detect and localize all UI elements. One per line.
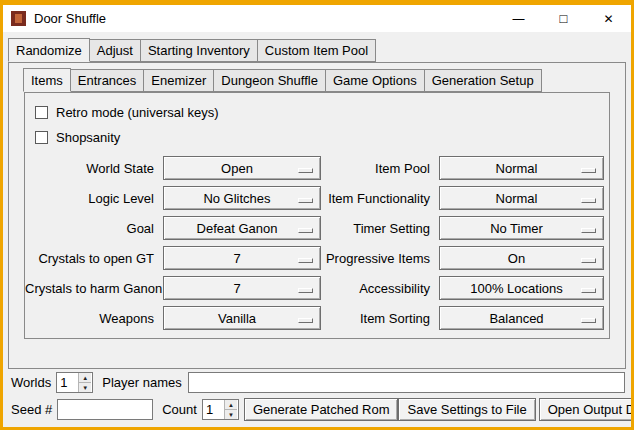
window-title: Door Shuffle: [34, 11, 106, 26]
dropdown-value: No Glitches: [203, 191, 280, 206]
dropdown-value: Vanilla: [218, 311, 266, 326]
dropdown-value: 7: [233, 251, 250, 266]
worlds-stepper: ▲ ▼: [56, 372, 93, 393]
dropdown-value: 100% Locations: [470, 281, 573, 296]
menu-indicator-icon: [298, 198, 313, 203]
worlds-row: Worlds ▲ ▼ Player names: [11, 372, 625, 393]
accessibility-dropdown[interactable]: 100% Locations: [439, 276, 604, 300]
count-stepper: ▲ ▼: [202, 399, 239, 420]
tab-custom-item-pool[interactable]: Custom Item Pool: [257, 39, 376, 62]
settings-row: Crystals to open GT 7 Progressive Items …: [25, 243, 609, 273]
generate-patched-rom-button[interactable]: Generate Patched Rom: [244, 398, 399, 421]
count-stepper-buttons: ▲ ▼: [224, 400, 237, 419]
world-state-label: World State: [25, 161, 163, 176]
minimize-button[interactable]: —: [496, 5, 541, 32]
save-settings-button[interactable]: Save Settings to File: [398, 398, 535, 421]
maximize-button[interactable]: □: [541, 5, 586, 32]
crystals-open-gt-dropdown[interactable]: 7: [163, 246, 321, 270]
retro-mode-row: Retro mode (universal keys): [35, 100, 609, 125]
seed-row: Seed # Count ▲ ▼ Generate Patched Rom Sa…: [11, 398, 625, 421]
accessibility-label: Accessibility: [321, 281, 439, 296]
tab-generation-setup[interactable]: Generation Setup: [424, 69, 542, 92]
window-body: Randomize Adjust Starting Inventory Cust…: [3, 32, 631, 427]
settings-row: Logic Level No Glitches Item Functionali…: [25, 183, 609, 213]
settings-grid: World State Open Item Pool Normal Logic …: [25, 153, 609, 333]
bottom-bar: Worlds ▲ ▼ Player names Seed # Count: [3, 372, 631, 427]
tab-dungeon-shuffle[interactable]: Dungeon Shuffle: [213, 69, 326, 92]
seed-label: Seed #: [11, 402, 52, 417]
worlds-input[interactable]: [57, 373, 78, 392]
shopsanity-label: Shopsanity: [56, 130, 120, 145]
menu-indicator-icon: [581, 228, 596, 233]
window-controls: — □ ✕: [496, 5, 631, 32]
tab-enemizer[interactable]: Enemizer: [143, 69, 214, 92]
tab-adjust[interactable]: Adjust: [89, 39, 141, 62]
item-functionality-label: Item Functionality: [321, 191, 439, 206]
inner-tab-bar: Items Entrances Enemizer Dungeon Shuffle…: [23, 68, 625, 92]
progressive-items-dropdown[interactable]: On: [439, 246, 604, 270]
spin-down-icon[interactable]: ▼: [224, 409, 237, 419]
menu-indicator-icon: [298, 288, 313, 293]
item-sorting-dropdown[interactable]: Balanced: [439, 306, 604, 330]
spin-up-icon[interactable]: ▲: [78, 373, 91, 382]
logic-level-dropdown[interactable]: No Glitches: [163, 186, 321, 210]
shopsanity-checkbox[interactable]: [35, 131, 48, 144]
tab-randomize[interactable]: Randomize: [8, 38, 90, 62]
menu-indicator-icon: [298, 318, 313, 323]
tab-game-options[interactable]: Game Options: [325, 69, 425, 92]
items-pane: Retro mode (universal keys) Shopsanity W…: [24, 92, 610, 339]
progressive-items-label: Progressive Items: [321, 251, 439, 266]
tab-items[interactable]: Items: [23, 68, 71, 92]
retro-mode-label: Retro mode (universal keys): [56, 105, 219, 120]
menu-indicator-icon: [298, 168, 313, 173]
worlds-label: Worlds: [11, 375, 51, 390]
item-pool-label: Item Pool: [321, 161, 439, 176]
dropdown-value: Balanced: [489, 311, 553, 326]
menu-indicator-icon: [581, 168, 596, 173]
item-sorting-label: Item Sorting: [321, 311, 439, 326]
count-label: Count: [162, 402, 197, 417]
crystals-harm-ganon-dropdown[interactable]: 7: [163, 276, 321, 300]
spin-down-icon[interactable]: ▼: [78, 382, 91, 392]
crystals-harm-ganon-label: Crystals to harm Ganon: [25, 281, 163, 296]
open-output-directory-button[interactable]: Open Output Directory: [539, 398, 631, 421]
settings-row: Weapons Vanilla Item Sorting Balanced: [25, 303, 609, 333]
shopsanity-row: Shopsanity: [35, 125, 609, 150]
item-functionality-dropdown[interactable]: Normal: [439, 186, 604, 210]
tab-entrances[interactable]: Entrances: [70, 69, 145, 92]
count-input[interactable]: [203, 400, 224, 419]
retro-mode-checkbox[interactable]: [35, 106, 48, 119]
dropdown-value: On: [508, 251, 535, 266]
menu-indicator-icon: [581, 258, 596, 263]
settings-row: Goal Defeat Ganon Timer Setting No Timer: [25, 213, 609, 243]
player-names-input[interactable]: [188, 372, 625, 393]
settings-row: Crystals to harm Ganon 7 Accessibility 1…: [25, 273, 609, 303]
item-pool-dropdown[interactable]: Normal: [439, 156, 604, 180]
worlds-stepper-buttons: ▲ ▼: [78, 373, 91, 392]
dropdown-value: Defeat Ganon: [197, 221, 288, 236]
app-window: Door Shuffle — □ ✕ Randomize Adjust Star…: [0, 0, 634, 430]
seed-input[interactable]: [57, 399, 153, 420]
menu-indicator-icon: [298, 258, 313, 263]
menu-indicator-icon: [581, 318, 596, 323]
dropdown-value: Normal: [496, 161, 548, 176]
titlebar: Door Shuffle — □ ✕: [3, 5, 631, 32]
menu-indicator-icon: [581, 198, 596, 203]
spin-up-icon[interactable]: ▲: [224, 400, 237, 409]
app-icon: [11, 11, 26, 26]
logic-level-label: Logic Level: [25, 191, 163, 206]
goal-label: Goal: [25, 221, 163, 236]
menu-indicator-icon: [581, 288, 596, 293]
weapons-dropdown[interactable]: Vanilla: [163, 306, 321, 330]
tab-starting-inventory[interactable]: Starting Inventory: [140, 39, 258, 62]
dropdown-value: 7: [233, 281, 250, 296]
dropdown-value: Normal: [496, 191, 548, 206]
weapons-label: Weapons: [25, 311, 163, 326]
goal-dropdown[interactable]: Defeat Ganon: [163, 216, 321, 240]
outer-tab-bar: Randomize Adjust Starting Inventory Cust…: [8, 38, 631, 62]
randomize-pane: Items Entrances Enemizer Dungeon Shuffle…: [8, 62, 626, 369]
close-button[interactable]: ✕: [586, 5, 631, 32]
world-state-dropdown[interactable]: Open: [163, 156, 321, 180]
timer-setting-dropdown[interactable]: No Timer: [439, 216, 604, 240]
dropdown-value: No Timer: [490, 221, 553, 236]
